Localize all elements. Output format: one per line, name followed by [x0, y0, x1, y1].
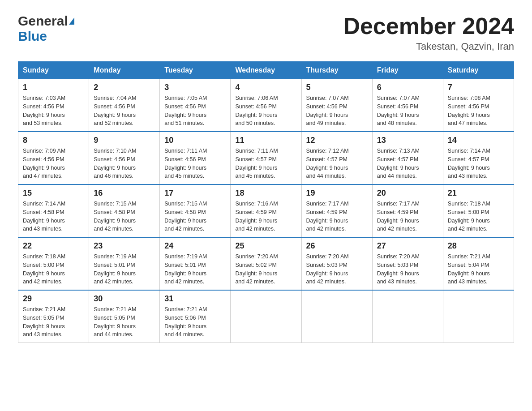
calendar-day-cell: 10 Sunrise: 7:11 AM Sunset: 4:56 PM Dayl…: [160, 132, 231, 184]
calendar-day-cell: 18 Sunrise: 7:16 AM Sunset: 4:59 PM Dayl…: [231, 184, 301, 237]
calendar-day-cell: 3 Sunrise: 7:05 AM Sunset: 4:56 PM Dayli…: [160, 79, 231, 132]
calendar-week-5: 29 Sunrise: 7:21 AM Sunset: 5:05 PM Dayl…: [18, 290, 514, 343]
day-info: Sunrise: 7:21 AM Sunset: 5:06 PM Dayligh…: [164, 305, 226, 339]
day-info: Sunrise: 7:15 AM Sunset: 4:58 PM Dayligh…: [94, 200, 155, 233]
day-info: Sunrise: 7:14 AM Sunset: 4:58 PM Dayligh…: [23, 200, 84, 233]
day-info: Sunrise: 7:19 AM Sunset: 5:01 PM Dayligh…: [164, 253, 226, 286]
calendar-day-cell: 13 Sunrise: 7:13 AM Sunset: 4:57 PM Dayl…: [372, 132, 443, 184]
day-info: Sunrise: 7:18 AM Sunset: 5:00 PM Dayligh…: [23, 253, 84, 286]
day-number: 30: [94, 294, 155, 304]
day-number: 27: [377, 241, 438, 251]
col-monday: Monday: [89, 62, 160, 79]
calendar-day-cell: 29 Sunrise: 7:21 AM Sunset: 5:05 PM Dayl…: [18, 290, 89, 343]
day-info: Sunrise: 7:03 AM Sunset: 4:56 PM Dayligh…: [23, 94, 84, 128]
day-number: 13: [377, 136, 438, 145]
col-sunday: Sunday: [18, 62, 89, 79]
calendar-day-cell: 25 Sunrise: 7:20 AM Sunset: 5:02 PM Dayl…: [231, 237, 301, 290]
day-number: 4: [235, 83, 296, 92]
calendar-day-cell: [301, 290, 372, 343]
col-tuesday: Tuesday: [160, 62, 231, 79]
calendar-day-cell: 28 Sunrise: 7:21 AM Sunset: 5:04 PM Dayl…: [443, 237, 514, 290]
day-number: 28: [448, 241, 509, 251]
day-number: 5: [306, 83, 368, 92]
day-number: 25: [235, 241, 296, 251]
day-number: 10: [164, 136, 226, 145]
calendar-day-cell: 15 Sunrise: 7:14 AM Sunset: 4:58 PM Dayl…: [18, 184, 89, 237]
day-info: Sunrise: 7:15 AM Sunset: 4:58 PM Dayligh…: [164, 200, 226, 233]
day-number: 19: [306, 188, 368, 198]
day-info: Sunrise: 7:21 AM Sunset: 5:05 PM Dayligh…: [94, 305, 155, 339]
col-friday: Friday: [372, 62, 443, 79]
day-number: 7: [448, 83, 509, 92]
day-info: Sunrise: 7:18 AM Sunset: 5:00 PM Dayligh…: [448, 200, 509, 233]
calendar-day-cell: 1 Sunrise: 7:03 AM Sunset: 4:56 PM Dayli…: [18, 79, 89, 132]
title-section: December 2024 Takestan, Qazvin, Iran: [343, 13, 514, 52]
calendar-week-2: 8 Sunrise: 7:09 AM Sunset: 4:56 PM Dayli…: [18, 132, 514, 184]
calendar-day-cell: 22 Sunrise: 7:18 AM Sunset: 5:00 PM Dayl…: [18, 237, 89, 290]
day-info: Sunrise: 7:04 AM Sunset: 4:56 PM Dayligh…: [94, 94, 155, 128]
col-wednesday: Wednesday: [231, 62, 301, 79]
day-number: 22: [23, 241, 84, 251]
month-title: December 2024: [343, 13, 514, 39]
day-number: 26: [306, 241, 368, 251]
day-info: Sunrise: 7:10 AM Sunset: 4:56 PM Dayligh…: [94, 147, 155, 180]
calendar-day-cell: 30 Sunrise: 7:21 AM Sunset: 5:05 PM Dayl…: [89, 290, 160, 343]
calendar-day-cell: [443, 290, 514, 343]
calendar-day-cell: [231, 290, 301, 343]
day-number: 11: [235, 136, 296, 145]
calendar-day-cell: 26 Sunrise: 7:20 AM Sunset: 5:03 PM Dayl…: [301, 237, 372, 290]
location-subtitle: Takestan, Qazvin, Iran: [343, 41, 514, 52]
day-info: Sunrise: 7:14 AM Sunset: 4:57 PM Dayligh…: [448, 147, 509, 180]
day-info: Sunrise: 7:08 AM Sunset: 4:56 PM Dayligh…: [448, 94, 509, 128]
day-info: Sunrise: 7:12 AM Sunset: 4:57 PM Dayligh…: [306, 147, 368, 180]
day-info: Sunrise: 7:21 AM Sunset: 5:05 PM Dayligh…: [23, 305, 84, 339]
day-info: Sunrise: 7:07 AM Sunset: 4:56 PM Dayligh…: [377, 94, 438, 128]
day-info: Sunrise: 7:20 AM Sunset: 5:03 PM Dayligh…: [377, 253, 438, 286]
calendar-day-cell: 12 Sunrise: 7:12 AM Sunset: 4:57 PM Dayl…: [301, 132, 372, 184]
calendar-table: Sunday Monday Tuesday Wednesday Thursday…: [18, 61, 514, 343]
calendar-day-cell: 31 Sunrise: 7:21 AM Sunset: 5:06 PM Dayl…: [160, 290, 231, 343]
day-info: Sunrise: 7:11 AM Sunset: 4:57 PM Dayligh…: [235, 147, 296, 180]
day-number: 23: [94, 241, 155, 251]
day-number: 8: [23, 136, 84, 145]
calendar-week-3: 15 Sunrise: 7:14 AM Sunset: 4:58 PM Dayl…: [18, 184, 514, 237]
calendar-day-cell: 21 Sunrise: 7:18 AM Sunset: 5:00 PM Dayl…: [443, 184, 514, 237]
day-number: 16: [94, 188, 155, 198]
day-number: 6: [377, 83, 438, 92]
day-number: 17: [164, 188, 226, 198]
day-info: Sunrise: 7:06 AM Sunset: 4:56 PM Dayligh…: [235, 94, 296, 128]
calendar-day-cell: 6 Sunrise: 7:07 AM Sunset: 4:56 PM Dayli…: [372, 79, 443, 132]
calendar-header-row: Sunday Monday Tuesday Wednesday Thursday…: [18, 62, 514, 79]
day-number: 12: [306, 136, 368, 145]
calendar-day-cell: 24 Sunrise: 7:19 AM Sunset: 5:01 PM Dayl…: [160, 237, 231, 290]
logo-triangle-icon: [69, 17, 74, 25]
calendar-day-cell: 4 Sunrise: 7:06 AM Sunset: 4:56 PM Dayli…: [231, 79, 301, 132]
calendar-day-cell: 9 Sunrise: 7:10 AM Sunset: 4:56 PM Dayli…: [89, 132, 160, 184]
calendar-day-cell: 19 Sunrise: 7:17 AM Sunset: 4:59 PM Dayl…: [301, 184, 372, 237]
day-number: 1: [23, 83, 84, 92]
calendar-week-4: 22 Sunrise: 7:18 AM Sunset: 5:00 PM Dayl…: [18, 237, 514, 290]
day-info: Sunrise: 7:09 AM Sunset: 4:56 PM Dayligh…: [23, 147, 84, 180]
day-info: Sunrise: 7:17 AM Sunset: 4:59 PM Dayligh…: [377, 200, 438, 233]
day-number: 9: [94, 136, 155, 145]
calendar-day-cell: 5 Sunrise: 7:07 AM Sunset: 4:56 PM Dayli…: [301, 79, 372, 132]
calendar-day-cell: 7 Sunrise: 7:08 AM Sunset: 4:56 PM Dayli…: [443, 79, 514, 132]
calendar-day-cell: 16 Sunrise: 7:15 AM Sunset: 4:58 PM Dayl…: [89, 184, 160, 237]
day-number: 24: [164, 241, 226, 251]
day-number: 21: [448, 188, 509, 198]
col-saturday: Saturday: [443, 62, 514, 79]
logo-general-text: General: [18, 13, 68, 29]
calendar-day-cell: 14 Sunrise: 7:14 AM Sunset: 4:57 PM Dayl…: [443, 132, 514, 184]
calendar-day-cell: 27 Sunrise: 7:20 AM Sunset: 5:03 PM Dayl…: [372, 237, 443, 290]
calendar-day-cell: 17 Sunrise: 7:15 AM Sunset: 4:58 PM Dayl…: [160, 184, 231, 237]
day-info: Sunrise: 7:11 AM Sunset: 4:56 PM Dayligh…: [164, 147, 226, 180]
page-header: General Blue December 2024 Takestan, Qaz…: [18, 13, 514, 52]
day-number: 2: [94, 83, 155, 92]
day-number: 29: [23, 294, 84, 304]
day-info: Sunrise: 7:20 AM Sunset: 5:03 PM Dayligh…: [306, 253, 368, 286]
day-number: 3: [164, 83, 226, 92]
day-info: Sunrise: 7:17 AM Sunset: 4:59 PM Dayligh…: [306, 200, 368, 233]
calendar-day-cell: 23 Sunrise: 7:19 AM Sunset: 5:01 PM Dayl…: [89, 237, 160, 290]
day-info: Sunrise: 7:16 AM Sunset: 4:59 PM Dayligh…: [235, 200, 296, 233]
day-info: Sunrise: 7:13 AM Sunset: 4:57 PM Dayligh…: [377, 147, 438, 180]
